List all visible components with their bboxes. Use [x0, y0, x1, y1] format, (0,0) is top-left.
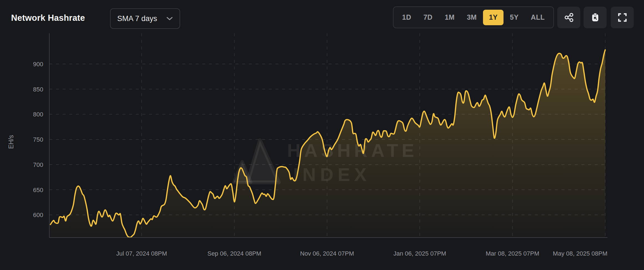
clipboard-export-icon: [590, 12, 600, 22]
y-tick-label: 600: [33, 212, 43, 218]
y-tick-label: 650: [33, 187, 43, 193]
share-icon: [564, 12, 574, 22]
y-tick-label: 900: [33, 61, 43, 68]
sma-dropdown-value: SMA 7 days: [117, 14, 157, 23]
range-button-7d[interactable]: 7D: [418, 10, 438, 25]
watermark-text-line2: INDEX: [293, 164, 371, 185]
x-tick-label: Nov 06, 2024 07PM: [300, 250, 354, 257]
range-button-1m[interactable]: 1M: [439, 10, 461, 25]
watermark-logo-icon: [247, 140, 279, 182]
x-tick-label: Jan 06, 2025 07PM: [393, 250, 446, 257]
x-tick-label: Jul 07, 2024 08PM: [116, 250, 167, 257]
hashrate-chart[interactable]: HASHRATEINDEX600650700750800850900Jul 07…: [0, 30, 644, 270]
fullscreen-icon: [618, 13, 627, 22]
x-tick-label: Mar 08, 2025 07PM: [486, 250, 539, 257]
y-tick-label: 700: [33, 161, 43, 168]
y-axis-title: EH/s: [7, 135, 15, 149]
share-button[interactable]: [557, 7, 580, 28]
x-tick-label: Sep 06, 2024 08PM: [207, 250, 261, 257]
network-hashrate-panel: Network Hashrate SMA 7 days 1D7D1M3M1Y5Y…: [0, 0, 644, 270]
range-button-1y[interactable]: 1Y: [483, 10, 504, 25]
x-tick-label: May 08, 2025 08PM: [553, 250, 607, 257]
range-button-3m[interactable]: 3M: [461, 10, 483, 25]
sma-dropdown[interactable]: SMA 7 days: [110, 8, 180, 29]
y-tick-label: 850: [33, 86, 43, 93]
range-button-1d[interactable]: 1D: [396, 10, 417, 25]
copy-chart-button[interactable]: [584, 7, 607, 28]
page-title: Network Hashrate: [11, 13, 85, 23]
range-selector: 1D7D1M3M1Y5YALL: [393, 6, 554, 28]
fullscreen-button[interactable]: [611, 7, 634, 28]
range-button-5y[interactable]: 5Y: [504, 10, 525, 25]
chevron-down-icon: [166, 17, 173, 21]
range-button-all[interactable]: ALL: [525, 10, 551, 25]
y-tick-label: 800: [33, 111, 43, 118]
watermark-text-line1: HASHRATE: [287, 140, 418, 161]
y-tick-label: 750: [33, 136, 43, 143]
